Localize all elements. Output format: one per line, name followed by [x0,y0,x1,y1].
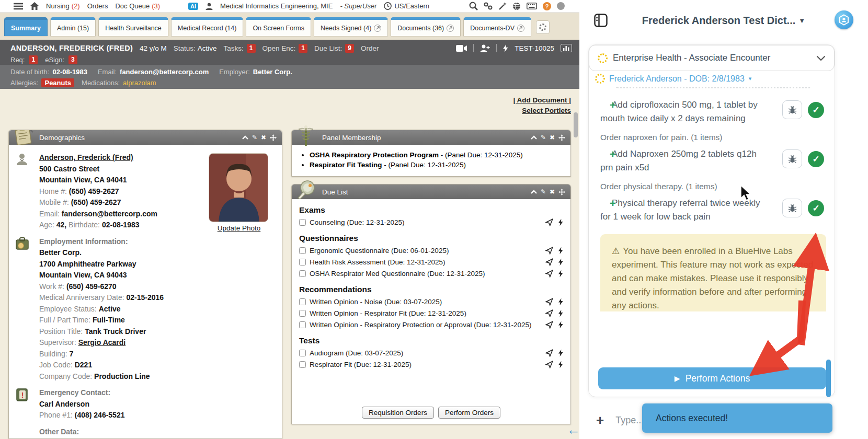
edit-icon[interactable]: ✎ [252,134,257,141]
send-icon[interactable] [545,298,553,306]
edit-icon[interactable]: ✎ [541,134,546,141]
nav-orders[interactable]: Orders [87,2,108,10]
send-icon[interactable] [545,270,553,278]
perform-orders-button[interactable]: Perform Orders [438,407,500,419]
due-item-checkbox[interactable] [299,361,306,368]
due-item-checkbox[interactable] [299,310,306,317]
assistant-avatar[interactable] [835,10,853,29]
chart-icon[interactable] [561,44,572,52]
due-item-checkbox[interactable] [299,247,306,254]
perform-bolt-icon[interactable] [558,349,563,357]
move-icon[interactable] [558,189,565,195]
due-item-checkbox[interactable] [299,298,306,305]
keyboard-icon[interactable] [527,3,537,9]
patient-name[interactable]: ANDERSON, FREDERICK (FRED) [10,44,133,52]
perform-bolt-icon[interactable] [558,321,563,329]
assistant-title-dropdown[interactable]: Frederick Anderson Test Dict...▼ [579,15,868,27]
close-icon[interactable]: ✖ [550,134,555,141]
encounter-select[interactable]: Enterprise Health - Associate Encounter [589,45,835,71]
collapse-icon[interactable] [242,135,248,140]
add-person-icon[interactable] [480,44,490,52]
hamburger-menu-icon[interactable] [14,3,23,10]
demographics-portlet-header[interactable]: Demographics ✎ ✖ [9,130,282,145]
tab-documents-dv[interactable]: Documents-DV [463,17,531,36]
panel-scrollbar-thumb[interactable] [826,360,831,397]
tab-summary[interactable]: Summary [4,17,48,36]
tab-admin[interactable]: Admin (15) [50,17,96,36]
medication-value[interactable]: alprazolam [123,79,156,87]
panel-membership-header[interactable]: Panel Membership ✎ ✖ [292,130,570,145]
perform-bolt-icon[interactable] [558,258,563,266]
due-item-checkbox[interactable] [299,350,306,356]
link-icon[interactable] [484,2,493,10]
patient-name-link[interactable]: Anderson, Frederick (Fred) [39,153,133,161]
due-item-checkbox[interactable] [299,259,306,265]
due-item-checkbox[interactable] [299,321,306,328]
debug-button[interactable] [782,100,802,119]
req-count-badge[interactable]: 1 [29,55,38,64]
external-link-icon[interactable] [447,25,454,32]
debug-button[interactable] [782,149,802,168]
wand-icon[interactable] [498,2,507,10]
external-link-icon[interactable] [374,25,381,32]
external-link-icon[interactable] [517,25,524,32]
debug-button[interactable] [782,199,802,217]
collapse-icon[interactable] [531,190,537,194]
collapse-icon[interactable] [531,135,537,140]
perform-bolt-icon[interactable] [558,247,563,255]
tab-settings-button[interactable] [536,20,550,34]
open-enc-count-badge[interactable]: 1 [299,44,307,53]
due-item-checkbox[interactable] [299,270,306,277]
close-icon[interactable]: ✖ [261,134,266,141]
collapse-panel-arrow[interactable]: ← [567,422,580,437]
move-icon[interactable] [558,134,565,141]
send-icon[interactable] [545,349,553,357]
tab-on-screen-forms[interactable]: On Screen Forms [246,17,311,36]
perform-bolt-icon[interactable] [558,298,563,306]
perform-actions-button[interactable]: ▶ Perform Actions [598,367,826,389]
timezone-selector[interactable]: US/Eastern [384,2,429,10]
patient-id[interactable]: TEST-10025 [515,44,554,52]
send-icon[interactable] [545,247,553,255]
esign-count-badge[interactable]: 3 [68,55,77,64]
perform-bolt-icon[interactable] [558,361,563,368]
video-camera-icon[interactable] [456,45,467,52]
organization-name[interactable]: Medical Informatics Engineering, MIE [220,2,333,10]
add-document-link[interactable]: | Add Document | [513,96,571,104]
patient-context-link[interactable]: Frederick Anderson - DOB: 2/8/1983 ▾ [595,74,751,84]
nav-doc-queue[interactable]: Doc Queue(3) [115,2,160,10]
perform-bolt-icon[interactable] [558,270,563,278]
order-link[interactable]: Order [361,44,379,52]
close-icon[interactable]: ✖ [550,188,555,195]
tab-documents[interactable]: Documents (36) [391,17,461,36]
select-portlets-link[interactable]: Select Portlets [522,107,571,114]
requisition-orders-button[interactable]: Requisition Orders [362,407,434,419]
search-icon[interactable] [469,2,478,10]
move-icon[interactable] [270,134,277,141]
send-icon[interactable] [545,361,553,368]
perform-bolt-icon[interactable] [558,218,563,226]
perform-bolt-icon[interactable] [558,309,563,317]
due-list-count-badge[interactable]: 9 [345,44,354,53]
nav-nursing[interactable]: Nursing(2) [46,2,80,10]
send-icon[interactable] [545,258,553,266]
tab-health-surveillance[interactable]: Health Surveillance [98,17,168,36]
tasks-count-badge[interactable]: 1 [247,44,256,53]
tab-medical-record[interactable]: Medical Record (14) [171,17,244,36]
screenshot-root: Nursing(2) Orders Doc Queue(3) AI Medica… [0,0,868,439]
due-list-header[interactable]: Due List ✎ ✖ [292,184,570,199]
allergy-badge[interactable]: Peanuts [41,78,74,87]
app-scrollbar-thumb[interactable] [574,112,578,137]
send-icon[interactable] [545,218,553,226]
due-item-checkbox[interactable] [299,219,306,226]
send-icon[interactable] [545,309,553,317]
globe-icon[interactable] [512,2,521,10]
send-icon[interactable] [545,321,553,329]
help-icon[interactable]: ? [543,2,551,10]
attach-plus-button[interactable]: + [596,413,604,427]
lightning-icon[interactable] [503,44,508,52]
edit-icon[interactable]: ✎ [541,188,546,195]
tab-needs-signed[interactable]: Needs Signed (4) [314,17,388,36]
supervisor-link[interactable]: Sergio Acardi [78,338,126,346]
home-icon[interactable] [30,2,39,10]
